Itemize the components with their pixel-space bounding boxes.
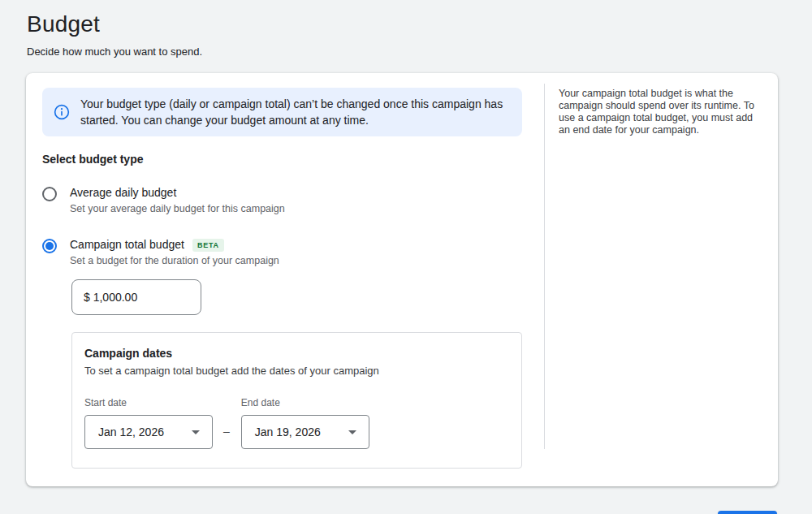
dropdown-arrow-icon [348, 430, 356, 434]
radio-option-texts: Campaign total budget BETA Set a budget … [70, 238, 279, 266]
budget-amount-input[interactable] [71, 279, 201, 315]
radio-selected-icon[interactable] [42, 239, 57, 253]
campaign-dates-description: To set a campaign total budget add the d… [84, 365, 509, 377]
radio-option-campaign-total-budget[interactable]: Campaign total budget BETA Set a budget … [42, 238, 522, 266]
date-range-separator: – [223, 425, 230, 438]
radio-description-campaign-total-budget: Set a budget for the duration of your ca… [70, 255, 279, 266]
campaign-dates-heading: Campaign dates [84, 347, 509, 360]
end-date-field: End date Jan 19, 2026 [241, 397, 369, 449]
next-button[interactable]: Next [718, 511, 777, 514]
footer: Next [0, 486, 812, 514]
radio-description-average-daily-budget: Set your average daily budget for this c… [70, 203, 285, 214]
radio-label-average-daily-budget: Average daily budget [70, 186, 176, 200]
budget-card: Your budget type (daily or campaign tota… [26, 73, 778, 486]
start-date-value: Jan 12, 2026 [98, 425, 164, 438]
help-panel: Your campaign total budget is what the c… [544, 84, 778, 449]
radio-label-campaign-total-budget: Campaign total budget [70, 238, 184, 252]
info-banner: Your budget type (daily or campaign tota… [42, 88, 522, 136]
info-banner-text: Your budget type (daily or campaign tota… [80, 96, 509, 128]
start-date-label: Start date [84, 397, 213, 408]
radio-option-texts: Average daily budget Set your average da… [70, 186, 285, 214]
dropdown-arrow-icon [192, 430, 200, 434]
radio-unselected-icon[interactable] [42, 187, 57, 201]
end-date-select[interactable]: Jan 19, 2026 [241, 415, 369, 449]
campaign-dates-section: Campaign dates To set a campaign total b… [71, 332, 522, 469]
info-icon [54, 104, 70, 120]
budget-type-heading: Select budget type [42, 153, 522, 166]
beta-badge: BETA [192, 239, 224, 252]
budget-card-main: Your budget type (daily or campaign tota… [26, 73, 544, 486]
end-date-label: End date [241, 397, 369, 408]
page-header: Budget Decide how much you want to spend… [0, 0, 812, 58]
start-date-field: Start date Jan 12, 2026 [84, 397, 213, 449]
help-panel-text: Your campaign total budget is what the c… [559, 88, 762, 136]
start-date-select[interactable]: Jan 12, 2026 [84, 415, 213, 449]
end-date-value: Jan 19, 2026 [255, 425, 321, 438]
dates-row: Start date Jan 12, 2026 – End date Jan 1… [84, 397, 509, 449]
page-subtitle: Decide how much you want to spend. [27, 45, 812, 58]
radio-option-average-daily-budget[interactable]: Average daily budget Set your average da… [42, 186, 522, 214]
page-title: Budget [27, 11, 812, 37]
